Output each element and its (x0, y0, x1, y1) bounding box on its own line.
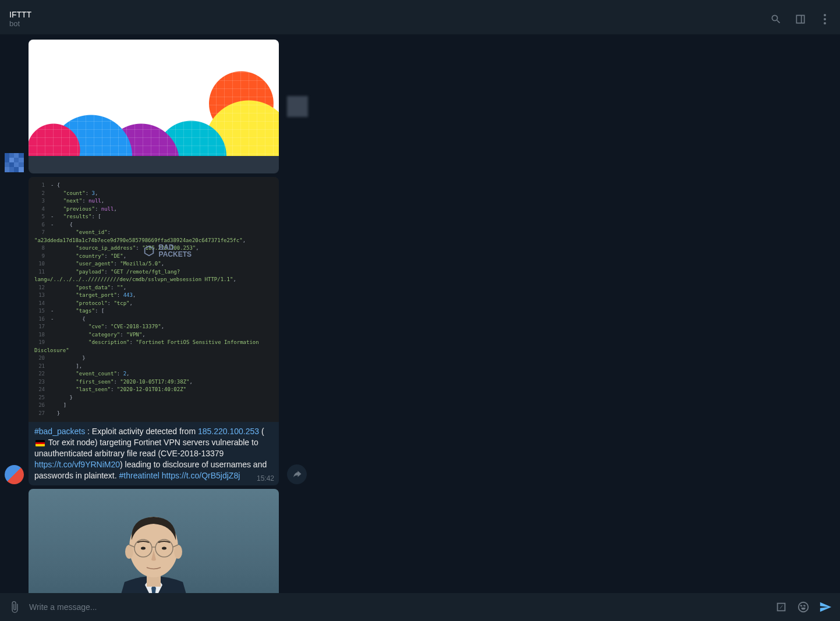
send-icon[interactable] (819, 601, 832, 613)
message-bubble[interactable] (29, 40, 279, 173)
chat-title[interactable]: IFTTT (9, 10, 31, 19)
message-image-pixelated[interactable] (29, 40, 279, 156)
message-bubble[interactable]: 1- { 2 "count": 3, 3 "next": null, 4 "pr… (29, 177, 279, 485)
message-image-code[interactable]: 1- { 2 "count": 3, 3 "next": null, 4 "pr… (29, 177, 279, 422)
message-row: 1- { 2 "count": 3, 3 "next": null, 4 "pr… (5, 177, 331, 485)
svg-point-3 (174, 545, 182, 559)
flag-de-icon (36, 440, 45, 446)
svg-point-12 (804, 605, 806, 606)
attach-icon[interactable] (8, 601, 21, 613)
ip-link[interactable]: 185.220.100.253 (198, 427, 259, 436)
forward-icon (292, 469, 302, 480)
portrait-illustration (95, 489, 212, 593)
message-composer (0, 593, 840, 621)
message-row: @wangxing_mt : 中国宅基地占地面积非常之大，达到17万平方公里。-… (5, 489, 331, 593)
avatar[interactable] (5, 153, 24, 172)
message-bubble[interactable]: @wangxing_mt : 中国宅基地占地面积非常之大，达到17万平方公里。-… (29, 489, 279, 593)
svg-point-10 (162, 547, 166, 550)
blurred-thumb (287, 96, 308, 117)
chat-subtitle: bot (9, 19, 31, 28)
svg-point-2 (125, 545, 133, 559)
message-link[interactable]: https://t.co/vf9YRNiM20 (34, 460, 120, 469)
message-image-portrait[interactable] (29, 489, 279, 593)
message-row (5, 40, 331, 173)
message-link[interactable]: https://t.co/QrB5jdjZ8j (162, 471, 240, 480)
svg-point-9 (141, 547, 146, 550)
sidebar-toggle-icon[interactable] (795, 13, 806, 25)
message-input[interactable] (29, 602, 767, 612)
command-icon[interactable] (775, 601, 788, 613)
cube-icon (143, 244, 155, 257)
badpackets-logo: BADPACKETS (143, 244, 192, 258)
emoji-icon[interactable] (797, 601, 810, 613)
search-icon[interactable] (770, 13, 782, 25)
chat-header: IFTTT bot (0, 3, 840, 35)
message-caption-blurred (29, 156, 279, 173)
hashtag-link[interactable]: #bad_packets (34, 427, 85, 436)
svg-point-11 (801, 605, 802, 606)
forward-button[interactable] (287, 464, 307, 484)
avatar[interactable] (5, 465, 24, 484)
more-options-icon[interactable] (819, 13, 831, 25)
message-time: 15:42 (257, 474, 274, 483)
messages-list: 1- { 2 "count": 3, 3 "next": null, 4 "pr… (0, 35, 840, 593)
hashtag-link[interactable]: #threatintel (119, 471, 160, 480)
message-text: #bad_packets : Exploit activity detected… (29, 422, 279, 485)
